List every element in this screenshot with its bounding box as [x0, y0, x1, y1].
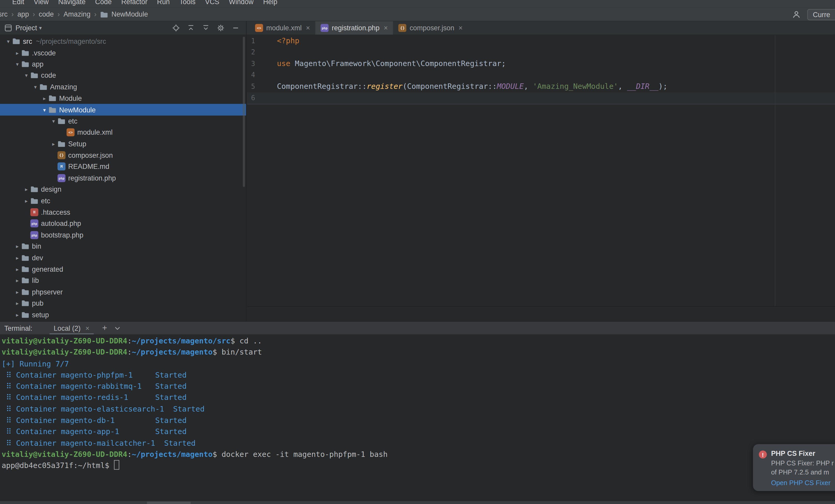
menu-run[interactable]: Run [152, 0, 175, 6]
tree-row-composer.json[interactable]: {}composer.json [0, 150, 246, 161]
locate-file-icon[interactable] [172, 24, 180, 32]
chevron-down-icon[interactable]: ▾ [39, 25, 42, 31]
tree-row-bin[interactable]: ▸bin [0, 241, 246, 252]
folder-icon [21, 254, 29, 261]
user-icon[interactable] [792, 10, 801, 19]
notification-php-cs-fixer[interactable]: ! PHP CS Fixer PHP CS Fixer: PHP r of PH… [753, 444, 835, 491]
editor-area[interactable]: 123456 <?phpuse Magento\Framework\Compon… [247, 35, 835, 321]
terminal-line: ⠿ Container magento-redis-1 Started [2, 392, 835, 404]
expand-all-icon[interactable] [202, 24, 210, 32]
tree-item-label: autoload.php [41, 220, 81, 228]
close-icon[interactable]: × [85, 324, 89, 332]
menu-help[interactable]: Help [258, 0, 282, 6]
tree-row-etc[interactable]: ▸etc [0, 195, 246, 206]
chevron-collapsed-icon[interactable]: ▸ [13, 300, 21, 306]
tree-row-app[interactable]: ▾app [0, 59, 246, 70]
terminal-options-chevron-icon[interactable] [115, 326, 121, 330]
chevron-expanded-icon[interactable]: ▾ [13, 61, 21, 67]
tree-row-code[interactable]: ▾code [0, 70, 246, 81]
editor-code[interactable]: <?phpuse Magento\Framework\Component\Com… [277, 35, 835, 104]
chevron-expanded-icon[interactable]: ▾ [4, 38, 12, 44]
chevron-collapsed-icon[interactable]: ▸ [13, 266, 21, 272]
chevron-expanded-icon[interactable]: ▾ [31, 84, 39, 90]
tree-row-design[interactable]: ▸design [0, 184, 246, 195]
tree-row-generated[interactable]: ▸generated [0, 263, 246, 275]
tree-row-.htaccess[interactable]: H.htaccess [0, 206, 246, 218]
tree-row-etc[interactable]: ▾etc [0, 116, 246, 127]
new-terminal-session-button[interactable]: + [102, 324, 107, 332]
chevron-collapsed-icon[interactable]: ▸ [40, 95, 48, 101]
chevron-collapsed-icon[interactable]: ▸ [22, 198, 30, 204]
tree-scrollbar[interactable] [243, 37, 245, 187]
tree-row-phpserver[interactable]: ▸phpserver [0, 286, 246, 298]
tree-row-module.xml[interactable]: <>module.xml [0, 127, 246, 138]
tree-row-registration.php[interactable]: phpregistration.php [0, 173, 246, 184]
tree-row-setup[interactable]: ▸Setup [0, 138, 246, 150]
chevron-collapsed-icon[interactable]: ▸ [13, 289, 21, 295]
chevron-expanded-icon[interactable]: ▾ [49, 118, 58, 124]
statusbar-item-terminal[interactable]: ▶Terminal [147, 501, 191, 504]
tree-row-lib[interactable]: ▸lib [0, 275, 246, 286]
line-number: 2 [247, 47, 255, 58]
tree-row-dev[interactable]: ▸dev [0, 252, 246, 263]
menu-tools[interactable]: Tools [175, 0, 200, 6]
close-icon[interactable]: × [306, 24, 310, 32]
breadcrumb-item-code[interactable]: code [37, 10, 56, 18]
tree-row-amazing[interactable]: ▾Amazing [0, 81, 246, 93]
menu-view[interactable]: View [29, 0, 53, 6]
breadcrumb-item-newmodule[interactable]: NewModule [109, 10, 150, 18]
tree-row-autoload.php[interactable]: phpautoload.php [0, 218, 246, 229]
folder-icon [21, 243, 29, 250]
close-icon[interactable]: × [384, 24, 388, 32]
hide-panel-icon[interactable] [231, 24, 240, 32]
terminal-tab-local[interactable]: Local (2) × [49, 322, 94, 334]
breadcrumb-item-src[interactable]: src [0, 10, 10, 18]
chevron-collapsed-icon[interactable]: ▸ [49, 141, 58, 147]
notification-link[interactable]: Open PHP CS Fixer [771, 479, 835, 487]
chevron-expanded-icon[interactable]: ▾ [22, 73, 30, 79]
tree-row-bootstrap.php[interactable]: phpbootstrap.php [0, 229, 246, 241]
statusbar-item-label: Problems [114, 503, 141, 504]
chevron-collapsed-icon[interactable]: ▸ [13, 255, 21, 261]
terminal-header: Terminal: Local (2) × + [0, 321, 835, 334]
statusbar-item-problems[interactable]: ⊗Problems [100, 501, 147, 504]
chevron-collapsed-icon[interactable]: ▸ [22, 186, 30, 193]
code-token: 'Amazing_NewModule' [533, 82, 618, 90]
chevron-collapsed-icon[interactable]: ▸ [13, 50, 21, 56]
menu-window[interactable]: Window [224, 0, 258, 6]
terminal-output[interactable]: vitaliy@vitaliy-Z690-UD-DDR4:~/projects/… [0, 334, 835, 501]
run-configuration-widget[interactable]: Curre [808, 9, 835, 20]
chevron-expanded-icon[interactable]: ▾ [40, 107, 48, 113]
menu-navigate[interactable]: Navigate [53, 0, 90, 6]
settings-gear-icon[interactable] [217, 24, 225, 32]
chevron-collapsed-icon[interactable]: ▸ [13, 243, 21, 249]
tree-row-readme.md[interactable]: MREADME.md [0, 161, 246, 173]
statusbar-item-version-control[interactable]: ↕Version Control [2, 501, 64, 504]
tab-module.xml[interactable]: <>module.xml× [250, 21, 315, 35]
collapse-all-icon[interactable] [187, 24, 195, 32]
statusbar-item-services[interactable]: ◆Services [191, 501, 235, 504]
menu-vcs[interactable]: VCS [200, 0, 224, 6]
tree-row-setup[interactable]: ▸setup [0, 309, 246, 320]
menu-refactor[interactable]: Refactor [117, 0, 152, 6]
menu-code[interactable]: Code [90, 0, 117, 6]
breadcrumb-item-amazing[interactable]: Amazing [61, 10, 93, 18]
chevron-collapsed-icon[interactable]: ▸ [13, 312, 21, 318]
close-icon[interactable]: × [459, 24, 463, 32]
tree-row-newmodule[interactable]: ▾NewModule [0, 104, 246, 116]
project-tool-icon[interactable] [4, 24, 12, 32]
breadcrumb-item-app[interactable]: app [15, 10, 31, 18]
folder-icon [21, 61, 29, 67]
tree-row-module[interactable]: ▸Module [0, 93, 246, 104]
chevron-collapsed-icon[interactable]: ▸ [13, 278, 21, 284]
menu-edit[interactable]: Edit [7, 0, 29, 6]
tree-row-src[interactable]: ▾src~/projects/magento/src [0, 36, 246, 47]
project-panel-title[interactable]: Project [16, 24, 37, 32]
tree-row-pub[interactable]: ▸pub [0, 298, 246, 309]
statusbar-item-todo[interactable]: ≡TODO [64, 501, 101, 504]
tree-row-.vscode[interactable]: ▸.vscode [0, 47, 246, 59]
notification-line1: PHP CS Fixer: PHP r [771, 459, 835, 468]
tree-item-label: setup [32, 311, 49, 319]
tab-composer.json[interactable]: {}composer.json× [393, 21, 468, 35]
tab-registration.php[interactable]: phpregistration.php× [315, 21, 393, 35]
